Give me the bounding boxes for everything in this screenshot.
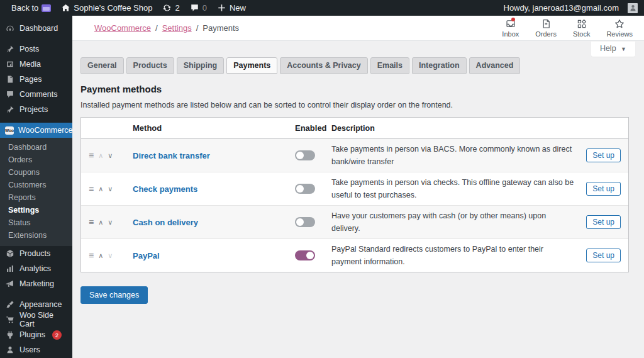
settings-tabs: General Products Shipping Payments Accou… [80, 57, 629, 74]
inbox-button[interactable]: Inbox [502, 18, 519, 38]
sidebar-item-users[interactable]: Users [0, 342, 72, 357]
stock-button[interactable]: Stock [573, 18, 591, 38]
woocommerce-icon: Woo [5, 126, 14, 135]
back-to-label: Back to [11, 3, 38, 13]
submenu-item-settings[interactable]: Settings [0, 204, 72, 216]
reviews-button[interactable]: Reviews [606, 18, 633, 38]
method-link[interactable]: PayPal [133, 251, 160, 260]
submenu-item-customers[interactable]: Customers [0, 179, 72, 191]
enabled-toggle[interactable] [295, 150, 315, 160]
sidebar-item-products[interactable]: Products [0, 246, 72, 261]
tab-emails[interactable]: Emails [370, 57, 409, 74]
tab-general[interactable]: General [80, 57, 124, 74]
cart-icon [5, 315, 15, 324]
user-icon [5, 345, 15, 354]
pages-icon [5, 75, 15, 84]
updates-button[interactable]: 2 [157, 0, 184, 16]
star-icon [614, 18, 625, 30]
sidebar-item-woo-side-cart[interactable]: Woo Side Cart [0, 312, 72, 327]
account-menu[interactable]: Howdy, janeroad13@gmail.com [499, 3, 625, 13]
comments-count: 0 [203, 3, 207, 13]
sidebar-item-media[interactable]: Media [0, 57, 72, 72]
bar-chart-icon [5, 264, 15, 273]
sidebar-item-projects[interactable]: Projects [0, 102, 72, 117]
sidebar-item-appearance[interactable]: Appearance [0, 297, 72, 312]
breadcrumb-separator: / [196, 23, 199, 33]
sidebar-label: Comments [19, 90, 57, 99]
drag-handle-icon[interactable]: ≡ [89, 184, 94, 194]
method-link[interactable]: Direct bank transfer [133, 151, 210, 160]
move-up-icon[interactable]: ∧ [98, 252, 103, 259]
move-down-icon[interactable]: ∨ [108, 219, 113, 226]
sidebar-item-marketing[interactable]: Marketing [0, 276, 72, 291]
sidebar-item-posts[interactable]: Posts [0, 42, 72, 57]
home-icon [61, 3, 70, 13]
drag-handle-icon[interactable]: ≡ [89, 150, 94, 160]
submenu-item-orders[interactable]: Orders [0, 154, 72, 166]
breadcrumb-woocommerce[interactable]: WooCommerce [94, 23, 151, 33]
move-up-icon[interactable]: ∧ [98, 186, 103, 193]
new-content-button[interactable]: New [212, 0, 251, 16]
method-description: Take payments in person via checks. This… [331, 176, 584, 201]
chevron-down-icon: ▼ [621, 46, 626, 52]
enabled-toggle[interactable] [295, 250, 315, 260]
site-switcher-icon [42, 4, 51, 12]
sidebar-item-plugins[interactable]: Plugins 2 [0, 327, 72, 342]
sidebar-item-pages[interactable]: Pages [0, 72, 72, 87]
comment-icon [5, 90, 15, 99]
orders-icon [540, 18, 552, 30]
submenu-item-extensions[interactable]: Extensions [0, 229, 72, 242]
save-changes-button[interactable]: Save changes [80, 286, 148, 304]
orders-button[interactable]: Orders [535, 18, 557, 38]
sidebar-item-woocommerce[interactable]: Woo WooCommerce [0, 123, 72, 138]
submenu-item-reports[interactable]: Reports [0, 191, 72, 204]
column-enabled: Enabled [295, 123, 331, 133]
sidebar-item-dashboard[interactable]: Dashboard [0, 21, 72, 36]
enabled-toggle[interactable] [295, 217, 315, 227]
drag-handle-icon[interactable]: ≡ [89, 250, 94, 260]
move-up-icon[interactable]: ∧ [98, 219, 103, 226]
plugins-update-badge: 2 [52, 330, 62, 340]
inbox-label: Inbox [502, 30, 519, 38]
set-up-button[interactable]: Set up [586, 215, 621, 229]
enabled-toggle[interactable] [295, 184, 315, 194]
avatar[interactable] [628, 3, 638, 13]
method-link[interactable]: Check payments [133, 184, 197, 194]
pin-icon [5, 45, 15, 53]
breadcrumb-settings[interactable]: Settings [162, 23, 192, 33]
drag-handle-icon[interactable]: ≡ [89, 217, 94, 227]
brush-icon [5, 300, 15, 309]
set-up-button[interactable]: Set up [586, 249, 621, 262]
help-dropdown[interactable]: Help ▼ [591, 42, 635, 57]
tab-payments[interactable]: Payments [226, 57, 277, 74]
set-up-button[interactable]: Set up [586, 148, 621, 162]
sidebar-label: Analytics [19, 264, 51, 273]
tab-integration[interactable]: Integration [412, 57, 467, 74]
updates-count: 2 [175, 3, 179, 13]
back-to-sites[interactable]: Back to [6, 0, 56, 16]
site-name-link[interactable]: Sophie's Coffee Shop [56, 0, 157, 16]
dashboard-icon [5, 24, 15, 33]
column-method: Method [133, 123, 295, 133]
sidebar-label: Marketing [19, 279, 54, 288]
column-description: Description [331, 122, 584, 135]
method-link[interactable]: Cash on delivery [133, 218, 198, 227]
move-down-icon[interactable]: ∨ [108, 186, 113, 193]
sidebar-item-analytics[interactable]: Analytics [0, 261, 72, 276]
comments-button[interactable]: 0 [185, 0, 212, 16]
move-down-icon[interactable]: ∨ [108, 152, 113, 159]
method-description: PayPal Standard redirects customers to P… [331, 243, 584, 268]
plus-icon [217, 3, 226, 13]
tab-accounts-privacy[interactable]: Accounts & Privacy [280, 57, 367, 74]
tab-shipping[interactable]: Shipping [177, 57, 224, 74]
wc-admin-header: WooCommerce / Settings / Payments Inbox … [72, 16, 644, 41]
sidebar-item-comments[interactable]: Comments [0, 87, 72, 102]
tab-products[interactable]: Products [126, 57, 174, 74]
tab-advanced[interactable]: Advanced [469, 57, 521, 74]
admin-bar: Back to Sophie's Coffee Shop 2 0 New How… [0, 0, 644, 16]
submenu-item-status[interactable]: Status [0, 216, 72, 229]
submenu-item-dashboard[interactable]: Dashboard [0, 141, 72, 154]
submenu-item-coupons[interactable]: Coupons [0, 166, 72, 179]
sidebar-label: Dashboard [19, 24, 58, 33]
set-up-button[interactable]: Set up [586, 182, 621, 196]
